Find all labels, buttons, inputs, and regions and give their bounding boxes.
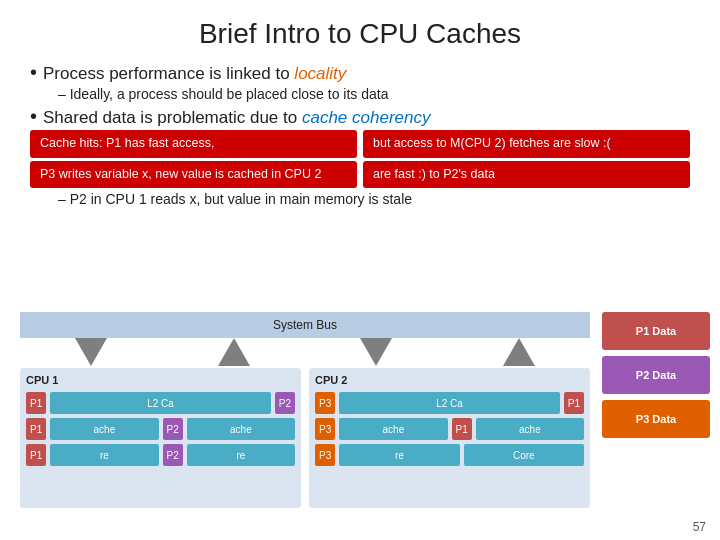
bullet-1-sub: – Ideally, a process should be placed cl… xyxy=(58,86,690,102)
bullet-2-text: Shared data is problematic due to cache … xyxy=(43,108,430,128)
arrow-down-3 xyxy=(360,338,392,366)
arrow-slot-2 xyxy=(163,338,306,368)
cpu-2-title: CPU 2 xyxy=(315,374,584,386)
red-box-right-2: are fast :) to P2's data xyxy=(363,161,690,189)
cpu2-cell-core2: Core xyxy=(464,444,584,466)
cpu1-cell-p2-r3: P2 xyxy=(163,444,183,466)
cpu1-cell-p2-r2: P2 xyxy=(163,418,183,440)
p3-data-box: P3 Data xyxy=(602,400,710,438)
cpu1-cell-cache2: ache xyxy=(187,418,295,440)
bullet-1: • Process performance is linked to local… xyxy=(30,62,690,102)
red-box-right-1: but access to M(CPU 2) fetches are slow … xyxy=(363,130,690,158)
red-box-left-1: Cache hits: P1 has fast access, xyxy=(30,130,357,158)
data-boxes: P1 Data P2 Data P3 Data xyxy=(602,312,710,438)
cpu-box-1: CPU 1 P1 L2 Ca P2 P1 ache P2 ache P1 r xyxy=(20,368,301,508)
cpu2-cell-p1-r2: P1 xyxy=(452,418,472,440)
bullet-2: • Shared data is problematic due to cach… xyxy=(30,106,690,207)
cpu2-cell-p3-r2: P3 xyxy=(315,418,335,440)
system-bus-row: System Bus xyxy=(20,312,590,338)
cpu2-row2: P3 ache P1 ache xyxy=(315,418,584,440)
cpu1-cell-core2: re xyxy=(187,444,295,466)
bullet-2-main: • Shared data is problematic due to cach… xyxy=(30,106,690,128)
cpu-box-2: CPU 2 P3 L2 Ca P1 P3 ache P1 ache P3 r xyxy=(309,368,590,508)
arrow-slot-3 xyxy=(305,338,448,368)
cpu1-cell-cache1: ache xyxy=(50,418,158,440)
bullet-1-text: Process performance is linked to localit… xyxy=(43,64,346,84)
cpu2-cell-core1: re xyxy=(339,444,459,466)
red-box-left-2: P3 writes variable x, new value is cache… xyxy=(30,161,357,189)
arrow-slot-1 xyxy=(20,338,163,368)
red-box-row-2: P3 writes variable x, new value is cache… xyxy=(30,161,690,189)
arrow-slot-4 xyxy=(448,338,591,368)
p2-data-box: P2 Data xyxy=(602,356,710,394)
cpu2-cell-p1-r1: P1 xyxy=(564,392,584,414)
cpu2-row3: P3 re Core xyxy=(315,444,584,466)
cpu1-cell-p1-r2: P1 xyxy=(26,418,46,440)
p1-data-box: P1 Data xyxy=(602,312,710,350)
cpu2-row1: P3 L2 Ca P1 xyxy=(315,392,584,414)
cpu-1-title: CPU 1 xyxy=(26,374,295,386)
slide-title: Brief Intro to CPU Caches xyxy=(30,18,690,50)
system-bus-bar: System Bus xyxy=(20,312,590,338)
arrows-row xyxy=(20,338,590,368)
cpu2-cell-p3-r3: P3 xyxy=(315,444,335,466)
cpu1-row3: P1 re P2 re xyxy=(26,444,295,466)
cpu1-cell-core1: re xyxy=(50,444,158,466)
cpu2-cell-l2: L2 Ca xyxy=(339,392,560,414)
bullet-1-main: • Process performance is linked to local… xyxy=(30,62,690,84)
slide: Brief Intro to CPU Caches • Process perf… xyxy=(0,0,720,540)
system-bus-label: System Bus xyxy=(273,318,337,332)
arrow-down-1 xyxy=(75,338,107,366)
cpu1-row1: P1 L2 Ca P2 xyxy=(26,392,295,414)
bullet-dot-1: • xyxy=(30,62,37,82)
diagram-area: System Bus CPU 1 P xyxy=(20,312,710,522)
cpu1-cell-p2-r1: P2 xyxy=(275,392,295,414)
cpu1-cell-p1-r1: P1 xyxy=(26,392,46,414)
cpu2-cell-cache2: ache xyxy=(476,418,584,440)
cpu-boxes: CPU 1 P1 L2 Ca P2 P1 ache P2 ache P1 r xyxy=(20,368,590,508)
cpu1-row2: P1 ache P2 ache xyxy=(26,418,295,440)
cpu1-cell-l2: L2 Ca xyxy=(50,392,271,414)
page-number: 57 xyxy=(693,520,706,534)
cpu2-cell-cache1: ache xyxy=(339,418,447,440)
cpu1-cell-p1-r3: P1 xyxy=(26,444,46,466)
arrow-up-4 xyxy=(503,338,535,366)
cpu2-cell-p3-r1: P3 xyxy=(315,392,335,414)
bullet-dot-2: • xyxy=(30,106,37,126)
arrow-up-2 xyxy=(218,338,250,366)
bullet-2-sub: – P2 in CPU 1 reads x, but value in main… xyxy=(58,191,690,207)
red-box-row-1: Cache hits: P1 has fast access, but acce… xyxy=(30,130,690,158)
